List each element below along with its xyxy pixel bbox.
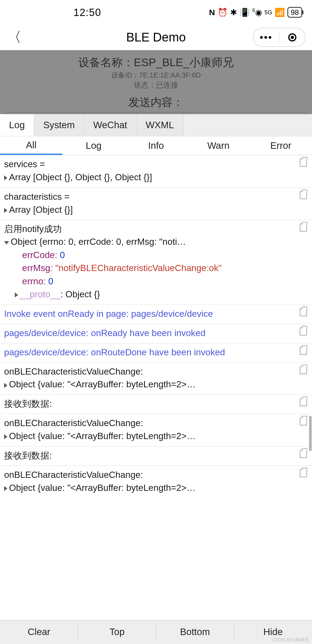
filter-all[interactable]: All (0, 136, 62, 155)
log-line: onBLECharacteristicValueChange: (4, 365, 308, 378)
app-content-dimmed: 设备名称：ESP_BLE_小康师兄 设备ID：7E:1E:1E:AA:3F:6D… (0, 50, 312, 114)
alarm-icon: ⏰ (217, 7, 228, 17)
top-button[interactable]: Top (78, 620, 156, 644)
log-line: services = (4, 158, 308, 171)
log-entry[interactable]: Invoke event onReady in page: pages/devi… (0, 305, 312, 324)
target-icon (288, 33, 296, 41)
copy-icon[interactable] (300, 191, 307, 199)
status-icons: N ⏰ ✱ 📳 6◉ 5G 📶 98 (209, 7, 302, 18)
log-entry[interactable]: onBLECharacteristicValueChange: Object {… (0, 466, 312, 498)
device-state-label: 状态： (134, 81, 156, 89)
log-entry[interactable]: 接收到数据: (0, 447, 312, 466)
log-line: pages/device/device: onReady have been i… (4, 327, 308, 340)
nav-bar: 〈 BLE Demo ••• (0, 25, 312, 50)
log-line[interactable]: Object {errno: 0, errCode: 0, errMsg: "n… (4, 236, 308, 249)
log-entry[interactable]: pages/device/device: onRouteDone have be… (0, 343, 312, 363)
tab-log[interactable]: Log (0, 114, 34, 136)
copy-icon[interactable] (300, 398, 307, 406)
expand-icon[interactable] (15, 293, 18, 298)
expand-icon[interactable] (4, 383, 7, 388)
log-line: onBLECharacteristicValueChange: (4, 417, 308, 430)
log-entry[interactable]: 接收到数据: (0, 395, 312, 414)
log-line[interactable]: Object {value: "<ArrayBuffer: byteLength… (4, 481, 308, 494)
copy-icon[interactable] (300, 450, 307, 458)
capsule-close-button[interactable] (280, 28, 305, 47)
device-name-row: 设备名称：ESP_BLE_小康师兄 (0, 55, 312, 70)
log-filter-tabs: All Log Info Warn Error (0, 136, 312, 155)
filter-warn[interactable]: Warn (187, 136, 249, 155)
log-line[interactable]: Object {value: "<ArrayBuffer: byteLength… (4, 430, 308, 443)
log-line: pages/device/device: onRouteDone have be… (4, 346, 308, 359)
copy-icon[interactable] (300, 327, 307, 336)
nfc-icon: N (209, 8, 215, 17)
devtools-toolbar: Clear Top Bottom Hide (0, 620, 312, 644)
log-line: characteristics = (4, 190, 308, 203)
bottom-button[interactable]: Bottom (156, 620, 234, 644)
devtools-primary-tabs: Log System WeChat WXML (0, 114, 312, 136)
object-prop: errCode: 0 (4, 249, 308, 262)
object-prop: errno: 0 (4, 275, 308, 288)
bluetooth-icon: ✱ (230, 7, 237, 17)
expand-icon[interactable] (4, 175, 7, 180)
log-entry[interactable]: onBLECharacteristicValueChange: Object {… (0, 363, 312, 395)
filter-error[interactable]: Error (250, 136, 312, 155)
log-line: 启用notify成功 (4, 223, 308, 236)
expand-icon[interactable] (4, 434, 7, 439)
more-icon: ••• (260, 35, 272, 39)
log-line: 接收到数据: (4, 397, 308, 410)
filter-log[interactable]: Log (62, 136, 125, 155)
object-proto[interactable]: __proto__: Object {} (4, 288, 308, 301)
collapse-icon[interactable] (4, 241, 9, 244)
object-prop: errMsg: "notifyBLECharacteristicValueCha… (4, 262, 308, 275)
wifi-icon: 6◉ (252, 7, 262, 17)
log-line[interactable]: Array [Object {}] (4, 203, 308, 216)
battery-icon: 98 (287, 7, 302, 18)
device-id-value: 7E:1E:1E:AA:3F:6D (139, 72, 201, 79)
device-state-row: 状态：已连接 (0, 80, 312, 90)
signal-5g-icon: 5G (265, 9, 272, 15)
device-id-row: 设备ID：7E:1E:1E:AA:3F:6D (0, 71, 312, 80)
device-state-value: 已连接 (156, 81, 178, 89)
signal-bars-icon: 📶 (275, 7, 285, 17)
log-entry[interactable]: onBLECharacteristicValueChange: Object {… (0, 414, 312, 446)
log-line[interactable]: Array [Object {}, Object {}, Object {}] (4, 171, 308, 184)
wechat-capsule: ••• (253, 28, 306, 47)
status-time: 12:50 (73, 6, 101, 18)
send-content-label: 发送内容： (0, 95, 312, 110)
tab-wxml[interactable]: WXML (136, 114, 183, 136)
tab-system[interactable]: System (34, 114, 84, 136)
clear-button[interactable]: Clear (0, 620, 78, 644)
capsule-menu-button[interactable]: ••• (253, 28, 279, 47)
copy-icon[interactable] (300, 417, 307, 426)
watermark: CSDN @小康师兄 (272, 637, 309, 643)
log-line: Invoke event onReady in page: pages/devi… (4, 307, 308, 320)
tab-wechat[interactable]: WeChat (84, 114, 137, 136)
copy-icon[interactable] (300, 469, 307, 477)
device-name-label: 设备名称： (78, 56, 134, 69)
copy-icon[interactable] (300, 366, 307, 374)
device-name-value: ESP_BLE_小康师兄 (134, 56, 233, 69)
copy-icon[interactable] (300, 223, 307, 231)
log-line: 接收到数据: (4, 449, 308, 462)
send-input[interactable]: Hello World! (6, 112, 306, 114)
log-entry[interactable]: characteristics = Array [Object {}] (0, 188, 312, 220)
log-entry[interactable]: services = Array [Object {}, Object {}, … (0, 155, 312, 188)
expand-icon[interactable] (4, 208, 7, 213)
log-list[interactable]: services = Array [Object {}, Object {}, … (0, 155, 312, 498)
device-id-label: 设备ID： (111, 72, 139, 79)
expand-icon[interactable] (4, 486, 7, 491)
status-bar: 12:50 N ⏰ ✱ 📳 6◉ 5G 📶 98 (0, 0, 312, 25)
filter-info[interactable]: Info (125, 136, 187, 155)
log-entry[interactable]: 启用notify成功 Object {errno: 0, errCode: 0,… (0, 220, 312, 305)
copy-icon[interactable] (300, 308, 307, 316)
log-line: onBLECharacteristicValueChange: (4, 468, 308, 481)
log-line[interactable]: Object {value: "<ArrayBuffer: byteLength… (4, 378, 308, 391)
back-icon[interactable]: 〈 (7, 28, 21, 47)
copy-icon[interactable] (300, 159, 307, 167)
scrollbar-thumb[interactable] (309, 416, 311, 451)
copy-icon[interactable] (300, 347, 307, 355)
log-entry[interactable]: pages/device/device: onReady have been i… (0, 324, 312, 343)
vibrate-icon: 📳 (240, 7, 250, 17)
